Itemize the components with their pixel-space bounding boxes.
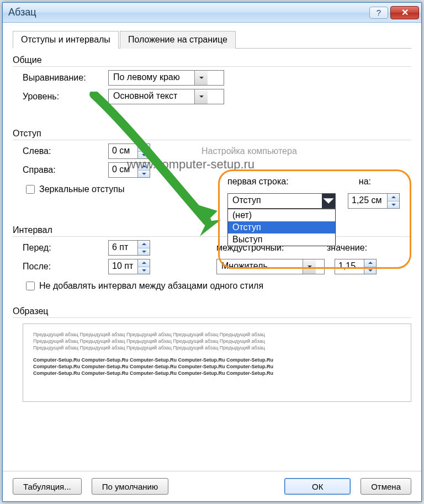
spin-up-icon[interactable] — [138, 144, 150, 152]
first-line-opt-hanging[interactable]: Выступ — [228, 234, 335, 246]
watermark-line1: Настройка компьютера — [202, 146, 297, 156]
first-line-label: первая строка: — [227, 177, 316, 187]
chevron-down-icon — [194, 89, 208, 104]
spin-down-icon[interactable] — [388, 201, 399, 209]
indent-right-label: Справа: — [23, 165, 108, 175]
sample-body-line: Computer-Setup.Ru Computer-Setup.Ru Comp… — [33, 370, 401, 376]
dialog-footer: Табуляция... По умолчанию ОК Отмена — [3, 471, 421, 501]
first-line-opt-indent[interactable]: Отступ — [228, 221, 335, 234]
sample-prev-line: Предыдущий абзац Предыдущий абзац Предыд… — [33, 332, 401, 337]
before-value: 6 пт — [109, 241, 137, 255]
spin-up-icon[interactable] — [138, 241, 150, 248]
no-space-same-style-checkbox[interactable] — [26, 282, 35, 290]
alignment-label: Выравнивание: — [23, 73, 108, 83]
dialog-paragraph: Абзац ? ✕ Отступы и интервалы Положение … — [2, 2, 422, 502]
sample-prev-line: Предыдущий абзац Предыдущий абзац Предыд… — [33, 345, 401, 351]
level-label: Уровень: — [23, 92, 108, 102]
mirror-indents-checkbox[interactable] — [26, 185, 35, 194]
before-spin[interactable]: 6 пт — [108, 240, 150, 256]
titlebar: Абзац ? ✕ — [3, 3, 421, 23]
close-button[interactable]: ✕ — [390, 6, 419, 19]
after-spin[interactable]: 10 пт — [108, 259, 150, 274]
indent-left-spin[interactable]: 0 см — [108, 144, 150, 159]
sample-body-line: Computer-Setup.Ru Computer-Setup.Ru Comp… — [33, 357, 401, 363]
mirror-indents-label: Зеркальные отступы — [39, 184, 124, 194]
spin-buttons[interactable] — [387, 194, 399, 208]
close-icon: ✕ — [401, 7, 409, 18]
first-line-selected: Отступ — [228, 194, 322, 208]
group-general: Общие — [13, 55, 411, 67]
first-line-by-label: на: — [316, 177, 402, 187]
sample-body-line: Computer-Setup.Ru Computer-Setup.Ru Comp… — [33, 364, 401, 369]
chevron-down-icon — [194, 71, 208, 85]
cancel-button[interactable]: Отмена — [361, 478, 411, 495]
spin-down-icon[interactable] — [138, 248, 150, 256]
help-button[interactable]: ? — [369, 7, 388, 19]
after-value: 10 пт — [109, 259, 137, 274]
ok-button[interactable]: ОК — [284, 478, 351, 495]
tabs-button[interactable]: Табуляция... — [13, 478, 82, 495]
tabstrip: Отступы и интервалы Положение на страниц… — [13, 30, 411, 49]
before-label: Перед: — [23, 243, 108, 253]
chevron-down-icon — [322, 194, 335, 208]
first-line-highlight: первая строка: на: Отступ (нет) Отступ В… — [218, 169, 411, 269]
tab-page-position[interactable]: Положение на странице — [120, 31, 236, 49]
indent-left-value: 0 см — [109, 144, 137, 158]
indent-left-label: Слева: — [23, 146, 108, 156]
group-sample: Образец — [13, 306, 411, 318]
no-space-same-style-label: Не добавлять интервал между абзацами одн… — [39, 281, 263, 291]
group-indent: Отступ — [13, 129, 411, 140]
spin-up-icon[interactable] — [388, 194, 399, 201]
level-value: Основной текст — [109, 89, 194, 104]
tab-indents[interactable]: Отступы и интервалы — [13, 31, 119, 49]
alignment-select[interactable]: По левому краю — [108, 70, 224, 86]
spin-buttons[interactable] — [137, 241, 150, 255]
after-label: После: — [23, 262, 108, 272]
first-line-by-value: 1,25 см — [348, 194, 387, 208]
first-line-dropdown: (нет) Отступ Выступ — [227, 209, 336, 246]
sample-preview: Предыдущий абзац Предыдущий абзац Предыд… — [23, 323, 411, 402]
spin-down-icon[interactable] — [138, 267, 150, 274]
first-line-select[interactable]: Отступ — [227, 193, 336, 209]
first-line-opt-none[interactable]: (нет) — [228, 209, 335, 221]
help-icon: ? — [377, 8, 381, 17]
first-line-by-spin[interactable]: 1,25 см — [348, 193, 400, 209]
spin-buttons[interactable] — [137, 144, 150, 158]
default-button[interactable]: По умолчанию — [92, 478, 168, 495]
spin-buttons[interactable] — [137, 259, 150, 274]
spin-up-icon[interactable] — [138, 259, 150, 267]
level-select[interactable]: Основной текст — [108, 89, 224, 104]
dialog-body: Отступы и интервалы Положение на страниц… — [3, 23, 421, 471]
alignment-value: По левому краю — [109, 71, 194, 85]
sample-prev-line: Предыдущий абзац Предыдущий абзац Предыд… — [33, 338, 401, 344]
window-title: Абзац — [8, 7, 367, 18]
